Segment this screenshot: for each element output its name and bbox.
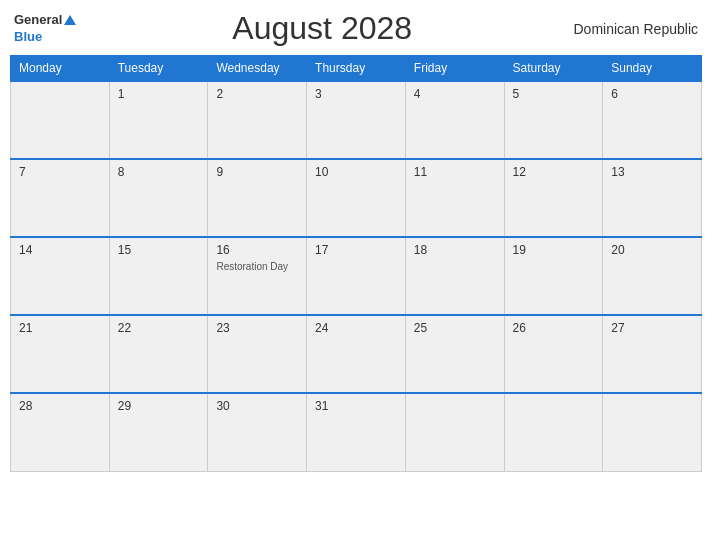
day-number: 14 [19,243,101,257]
calendar-cell: 14 [11,237,110,315]
calendar-cell: 21 [11,315,110,393]
day-number: 13 [611,165,693,179]
calendar-cell: 19 [504,237,603,315]
calendar-cell: 9 [208,159,307,237]
calendar-cell: 20 [603,237,702,315]
weekday-header-friday: Friday [405,56,504,82]
day-number: 24 [315,321,397,335]
calendar-cell: 15 [109,237,208,315]
day-number: 22 [118,321,200,335]
day-number: 1 [118,87,200,101]
calendar-cell: 3 [307,81,406,159]
day-number: 2 [216,87,298,101]
calendar-cell: 4 [405,81,504,159]
calendar-cell [603,393,702,471]
calendar-cell [504,393,603,471]
calendar-week-row: 21222324252627 [11,315,702,393]
day-number: 17 [315,243,397,257]
calendar-cell: 11 [405,159,504,237]
calendar-week-row: 28293031 [11,393,702,471]
logo-triangle-icon [64,15,76,25]
day-number: 25 [414,321,496,335]
calendar-week-row: 141516Restoration Day17181920 [11,237,702,315]
day-number: 7 [19,165,101,179]
calendar-cell: 16Restoration Day [208,237,307,315]
calendar-cell: 30 [208,393,307,471]
calendar-cell: 23 [208,315,307,393]
day-number: 30 [216,399,298,413]
day-number: 29 [118,399,200,413]
day-number: 20 [611,243,693,257]
day-number: 23 [216,321,298,335]
calendar-week-row: 78910111213 [11,159,702,237]
day-number: 11 [414,165,496,179]
day-number: 27 [611,321,693,335]
calendar-cell: 12 [504,159,603,237]
day-number: 26 [513,321,595,335]
logo-general-text: General [14,12,62,27]
calendar-cell: 28 [11,393,110,471]
calendar-cell: 1 [109,81,208,159]
day-number: 16 [216,243,298,257]
calendar-cell: 26 [504,315,603,393]
day-number: 3 [315,87,397,101]
calendar-cell: 2 [208,81,307,159]
calendar-cell: 10 [307,159,406,237]
day-number: 4 [414,87,496,101]
weekday-header-row: MondayTuesdayWednesdayThursdayFridaySatu… [11,56,702,82]
weekday-header-monday: Monday [11,56,110,82]
calendar-cell: 22 [109,315,208,393]
weekday-header-tuesday: Tuesday [109,56,208,82]
weekday-header-saturday: Saturday [504,56,603,82]
calendar-cell [11,81,110,159]
calendar-grid: MondayTuesdayWednesdayThursdayFridaySatu… [10,55,702,472]
calendar-cell: 17 [307,237,406,315]
calendar-week-row: 123456 [11,81,702,159]
weekday-header-wednesday: Wednesday [208,56,307,82]
day-number: 5 [513,87,595,101]
calendar-cell: 8 [109,159,208,237]
calendar-header: General Blue August 2028 Dominican Repub… [10,10,702,47]
day-number: 9 [216,165,298,179]
calendar-cell: 18 [405,237,504,315]
day-number: 18 [414,243,496,257]
weekday-header-sunday: Sunday [603,56,702,82]
calendar-cell: 6 [603,81,702,159]
day-number: 10 [315,165,397,179]
logo: General Blue [14,12,76,45]
day-number: 19 [513,243,595,257]
calendar-cell: 31 [307,393,406,471]
day-number: 21 [19,321,101,335]
day-number: 31 [315,399,397,413]
country-label: Dominican Republic [568,21,698,37]
day-number: 28 [19,399,101,413]
weekday-header-thursday: Thursday [307,56,406,82]
calendar-cell: 27 [603,315,702,393]
day-number: 15 [118,243,200,257]
month-title: August 2028 [76,10,568,47]
calendar-cell: 13 [603,159,702,237]
holiday-label: Restoration Day [216,261,298,272]
calendar-cell [405,393,504,471]
logo-blue-text: Blue [14,29,42,44]
calendar-cell: 5 [504,81,603,159]
day-number: 8 [118,165,200,179]
calendar-cell: 7 [11,159,110,237]
calendar-cell: 25 [405,315,504,393]
day-number: 12 [513,165,595,179]
calendar-container: General Blue August 2028 Dominican Repub… [10,10,702,472]
calendar-cell: 24 [307,315,406,393]
day-number: 6 [611,87,693,101]
calendar-cell: 29 [109,393,208,471]
